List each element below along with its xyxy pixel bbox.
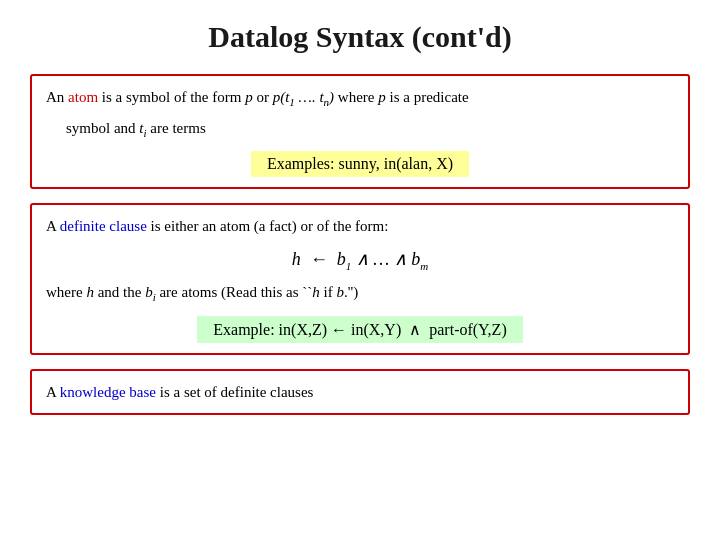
atom-section-content: An atom is a symbol of the form p or p(t… [46, 86, 674, 177]
definite-formula: h ← b1 ∧ … ∧ bm [292, 248, 428, 272]
definite-clause-content: A definite clause is either an atom (a f… [46, 215, 674, 343]
atom-p2: p [378, 89, 386, 105]
page-title: Datalog Syntax (cont'd) [30, 20, 690, 54]
definite-example-container: Example: in(X,Z) ← in(X,Y) ∧ part-of(Y,Z… [46, 312, 674, 343]
atom-pt-formula: p(t1 …. tn) [273, 89, 334, 105]
atom-example-box: Examples: sunny, in(alan, X) [251, 151, 469, 177]
atom-or: or [253, 89, 273, 105]
definite-where-line: where h and the bi are atoms (Read this … [46, 281, 674, 306]
definite-keyword: definite clause [60, 218, 147, 234]
definite-rest: is either an atom (a fact) or of the for… [147, 218, 389, 234]
definite-formula-container: h ← b1 ∧ … ∧ bm [46, 244, 674, 276]
atom-mid: is a symbol of the form [98, 89, 245, 105]
atom-ti: ti [139, 120, 146, 136]
atom-p: p [245, 89, 253, 105]
knowledge-base-text: A knowledge base is a set of definite cl… [46, 381, 674, 404]
knowledge-base-box: A knowledge base is a set of definite cl… [30, 369, 690, 416]
atom-section-box: An atom is a symbol of the form p or p(t… [30, 74, 690, 189]
kb-rest: is a set of definite clauses [156, 384, 313, 400]
definite-clause-box: A definite clause is either an atom (a f… [30, 203, 690, 355]
definite-pre: A [46, 218, 60, 234]
atom-example-container: Examples: sunny, in(alan, X) [46, 147, 674, 177]
atom-definition-line2: symbol and ti are terms [66, 117, 674, 142]
atom-example-text: Examples: sunny, in(alan, X) [267, 155, 453, 172]
atom-pre: An [46, 89, 68, 105]
kb-keyword: knowledge base [60, 384, 156, 400]
definite-example-box: Example: in(X,Z) ← in(X,Y) ∧ part-of(Y,Z… [197, 316, 522, 343]
definite-bi: bi [145, 284, 156, 300]
definite-clause-intro: A definite clause is either an atom (a f… [46, 215, 674, 238]
definite-example-text: Example: in(X,Z) ← in(X,Y) ∧ part-of(Y,Z… [213, 321, 506, 338]
atom-keyword: atom [68, 89, 98, 105]
atom-where: where [334, 89, 378, 105]
kb-pre: A [46, 384, 60, 400]
definite-h: h [86, 284, 94, 300]
atom-rest: is a predicate [386, 89, 469, 105]
slide-container: Datalog Syntax (cont'd) An atom is a sym… [0, 0, 720, 540]
atom-definition-line1: An atom is a symbol of the form p or p(t… [46, 86, 674, 111]
